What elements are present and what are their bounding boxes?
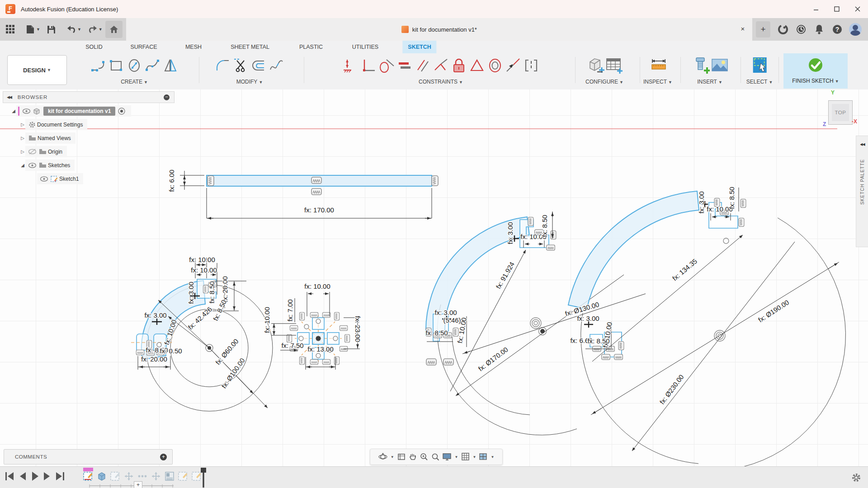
zoom-icon[interactable] [420,453,428,461]
new-tab-button[interactable]: + [756,21,770,38]
eye-hidden-icon[interactable] [28,149,36,155]
timeline-feature-sketch[interactable] [110,471,120,481]
group-label[interactable]: INSERT [697,79,717,85]
skip-to-end-button[interactable] [55,470,65,484]
collapsed-triangle-icon[interactable]: ▷ [20,136,25,141]
browser-header[interactable]: ◀◀ BROWSER − [3,91,175,103]
group-label[interactable]: CONFIGURE [585,79,618,85]
activate-radio-icon[interactable] [118,108,125,115]
minimize-browser-icon[interactable]: − [164,94,170,100]
select-tool-icon[interactable] [750,56,769,75]
add-comment-icon[interactable]: + [160,454,167,460]
trim-tool-icon[interactable] [231,56,250,75]
timeline-playhead[interactable] [200,468,207,488]
rectangle-tool-icon[interactable] [107,56,125,75]
notifications-bell-icon[interactable] [810,20,828,38]
look-at-icon[interactable] [397,453,406,461]
pan-hand-icon[interactable] [409,453,417,461]
settings-gear-icon[interactable] [852,473,861,484]
eye-visible-icon[interactable] [23,108,30,114]
browser-item-origin[interactable]: ▷ Origin [20,146,175,157]
expand-triangle-icon[interactable]: ◢ [11,108,16,113]
chevron-down-icon[interactable]: ▼ [391,455,394,459]
chevron-down-icon[interactable]: ▼ [491,455,494,459]
viewcube[interactable]: TOP [828,100,853,125]
parallel-constraint-icon[interactable] [414,56,432,75]
orbit-icon[interactable] [378,452,387,461]
collapse-panel-icon[interactable]: ◀◀ [7,95,11,99]
configure-cube-icon[interactable] [586,56,604,75]
undo-button[interactable] [64,22,79,37]
chevron-down-icon[interactable]: ▼ [455,455,458,459]
document-tab[interactable]: kit for documentation v1* × [126,18,752,41]
timeline-feature-extrude[interactable] [97,471,107,481]
coincident-constraint-icon[interactable] [432,56,450,75]
group-label[interactable]: SELECT [746,79,768,85]
tab-close-icon[interactable]: × [738,24,748,34]
viewcube-top-face[interactable]: TOP [832,104,849,121]
file-menu-button[interactable] [23,22,38,37]
eye-visible-icon[interactable] [28,163,36,168]
tab-utilities[interactable]: UTILITIES [347,41,384,53]
browser-item-document-settings[interactable]: ▷ Document Settings [20,119,175,130]
lock-constraint-icon[interactable] [450,56,468,75]
extensions-icon[interactable] [774,20,792,38]
expand-panel-icon[interactable]: ◀◀ [856,142,868,146]
chevron-down-icon[interactable]: ▼ [473,455,476,459]
measure-tool-icon[interactable] [649,56,667,75]
help-icon[interactable]: ? [828,20,846,38]
tab-mesh[interactable]: MESH [180,41,207,53]
tab-sheet-metal[interactable]: SHEET METAL [225,41,275,53]
browser-root-row[interactable]: ◢ kit for documentation v1 [11,105,175,117]
timeline-feature-move[interactable] [124,471,134,481]
tangent-constraint-icon[interactable] [377,56,396,75]
concentric-constraint-icon[interactable] [486,56,504,75]
display-settings-icon[interactable] [443,453,452,461]
workspace-selector[interactable]: DESIGN▼ [7,55,67,85]
chevron-down-icon[interactable]: ▼ [99,27,103,32]
equal-constraint-icon[interactable] [396,56,414,75]
group-label[interactable]: CREATE [121,79,142,85]
symmetry-constraint-icon[interactable] [522,56,540,75]
step-forward-button[interactable] [43,470,51,484]
comments-bar[interactable]: COMMENTS + [4,449,173,465]
fillet-tool-icon[interactable] [213,56,231,75]
collapsed-triangle-icon[interactable]: ▷ [20,149,25,154]
insert-fastener-icon[interactable] [692,56,710,75]
tab-solid[interactable]: SOLID [80,41,108,53]
root-component-name[interactable]: kit for documentation v1 [43,107,115,116]
configure-table-icon[interactable] [604,56,623,75]
group-label[interactable]: MODIFY [236,79,258,85]
sketch-dimension-icon[interactable] [341,56,359,75]
app-grid-icon[interactable] [3,22,18,37]
save-button[interactable] [44,22,59,37]
timeline-position-handle[interactable]: + [134,481,142,488]
chevron-down-icon[interactable]: ▼ [77,27,81,32]
close-button[interactable] [847,0,868,18]
break-tool-icon[interactable] [268,56,286,75]
browser-item-sketch1[interactable]: Sketch1 [37,173,175,184]
grid-settings-icon[interactable] [462,453,470,461]
circle-tool-icon[interactable] [125,56,143,75]
tab-surface[interactable]: SURFACE [125,41,162,53]
maximize-button[interactable] [826,0,847,18]
timeline-feature-sketch[interactable] [178,471,188,481]
timeline-track[interactable] [89,484,175,488]
offset-tool-icon[interactable] [250,56,268,75]
viewports-icon[interactable] [479,453,487,460]
sketch-palette-panel[interactable]: ◀◀ SKETCH PALETTE [856,136,868,247]
spline-tool-icon[interactable] [143,56,161,75]
redo-button[interactable] [85,22,100,37]
collapsed-triangle-icon[interactable]: ▷ [20,122,25,127]
timeline-feature-move[interactable] [151,471,161,481]
timeline-feature-layout[interactable] [165,471,175,481]
expand-triangle-icon[interactable]: ◢ [20,163,25,168]
profile-avatar[interactable] [849,23,862,36]
smooth-constraint-icon[interactable] [504,56,522,75]
timeline-feature-pattern[interactable] [137,471,147,481]
eye-visible-icon[interactable] [40,176,48,182]
job-status-icon[interactable] [792,20,810,38]
play-button[interactable] [31,470,39,484]
fix-constraint-icon[interactable] [468,56,486,75]
insert-image-icon[interactable] [710,56,728,75]
